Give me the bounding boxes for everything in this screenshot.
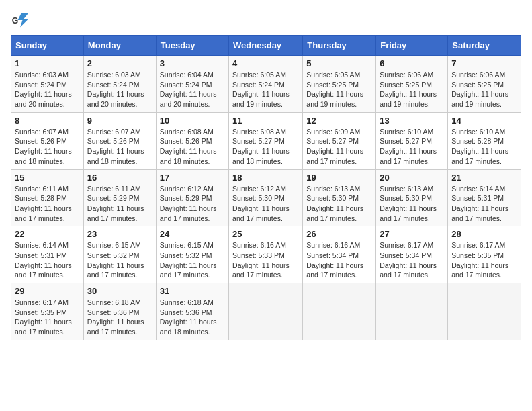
page-header: G [11,11,521,30]
day-info: Sunrise: 6:06 AMSunset: 5:25 PMDaylight:… [380,70,444,109]
day-info: Sunrise: 6:13 AMSunset: 5:30 PMDaylight:… [380,184,444,224]
day-number: 18 [232,173,299,183]
calendar-day-cell: 11Sunrise: 6:08 AMSunset: 5:27 PMDayligh… [229,112,303,169]
calendar-day-cell [448,283,521,340]
calendar-day-cell: 13Sunrise: 6:10 AMSunset: 5:27 PMDayligh… [376,112,448,169]
day-info: Sunrise: 6:17 AMSunset: 5:34 PMDaylight:… [380,240,444,280]
day-header-saturday: Saturday [448,36,521,56]
day-info: Sunrise: 6:08 AMSunset: 5:27 PMDaylight:… [232,127,299,167]
day-info: Sunrise: 6:18 AMSunset: 5:36 PMDaylight:… [160,298,225,337]
day-number: 28 [451,229,517,239]
calendar-day-cell: 6Sunrise: 6:06 AMSunset: 5:25 PMDaylight… [376,56,448,113]
day-info: Sunrise: 6:14 AMSunset: 5:31 PMDaylight:… [15,240,80,280]
day-number: 20 [380,173,444,183]
day-number: 4 [232,58,299,68]
calendar-day-cell: 3Sunrise: 6:04 AMSunset: 5:24 PMDaylight… [156,56,228,113]
svg-text:G: G [12,16,19,26]
day-number: 8 [15,116,80,126]
day-number: 15 [15,173,80,183]
day-info: Sunrise: 6:17 AMSunset: 5:35 PMDaylight:… [451,240,517,280]
day-info: Sunrise: 6:08 AMSunset: 5:26 PMDaylight:… [160,127,225,167]
day-number: 30 [87,286,152,296]
day-number: 9 [87,116,152,126]
day-number: 21 [451,173,517,183]
day-info: Sunrise: 6:16 AMSunset: 5:33 PMDaylight:… [232,240,299,280]
calendar-day-cell: 8Sunrise: 6:07 AMSunset: 5:26 PMDaylight… [11,112,84,169]
day-header-tuesday: Tuesday [156,36,228,56]
calendar-week-row: 29Sunrise: 6:17 AMSunset: 5:35 PMDayligh… [11,283,521,340]
calendar-day-cell: 20Sunrise: 6:13 AMSunset: 5:30 PMDayligh… [376,169,448,226]
day-header-sunday: Sunday [11,36,84,56]
day-number: 7 [451,58,517,68]
day-header-thursday: Thursday [303,36,376,56]
day-info: Sunrise: 6:05 AMSunset: 5:25 PMDaylight:… [306,70,372,109]
calendar-week-row: 1Sunrise: 6:03 AMSunset: 5:24 PMDaylight… [11,56,521,113]
day-number: 6 [380,58,444,68]
day-info: Sunrise: 6:10 AMSunset: 5:28 PMDaylight:… [451,127,517,167]
calendar-body: 1Sunrise: 6:03 AMSunset: 5:24 PMDaylight… [11,56,521,340]
day-info: Sunrise: 6:10 AMSunset: 5:27 PMDaylight:… [380,127,444,167]
calendar-day-cell: 30Sunrise: 6:18 AMSunset: 5:36 PMDayligh… [83,283,156,340]
calendar-day-cell: 7Sunrise: 6:06 AMSunset: 5:25 PMDaylight… [448,56,521,113]
calendar-day-cell: 17Sunrise: 6:12 AMSunset: 5:29 PMDayligh… [156,169,228,226]
calendar-day-cell [229,283,303,340]
day-info: Sunrise: 6:16 AMSunset: 5:34 PMDaylight:… [306,240,372,280]
calendar-day-cell: 23Sunrise: 6:15 AMSunset: 5:32 PMDayligh… [83,226,156,283]
calendar-day-cell: 15Sunrise: 6:11 AMSunset: 5:28 PMDayligh… [11,169,84,226]
calendar-day-cell: 10Sunrise: 6:08 AMSunset: 5:26 PMDayligh… [156,112,228,169]
calendar-day-cell: 14Sunrise: 6:10 AMSunset: 5:28 PMDayligh… [448,112,521,169]
day-number: 22 [15,229,80,239]
svg-marker-1 [18,13,29,28]
day-info: Sunrise: 6:03 AMSunset: 5:24 PMDaylight:… [87,70,152,109]
day-number: 11 [232,116,299,126]
day-info: Sunrise: 6:12 AMSunset: 5:29 PMDaylight:… [160,184,225,224]
calendar-day-cell: 28Sunrise: 6:17 AMSunset: 5:35 PMDayligh… [448,226,521,283]
day-number: 23 [87,229,152,239]
calendar-day-cell: 29Sunrise: 6:17 AMSunset: 5:35 PMDayligh… [11,283,84,340]
day-number: 26 [306,229,372,239]
calendar-day-cell: 5Sunrise: 6:05 AMSunset: 5:25 PMDaylight… [303,56,376,113]
day-info: Sunrise: 6:04 AMSunset: 5:24 PMDaylight:… [160,70,225,109]
day-header-monday: Monday [83,36,156,56]
day-info: Sunrise: 6:17 AMSunset: 5:35 PMDaylight:… [15,298,80,337]
day-header-friday: Friday [376,36,448,56]
day-number: 14 [451,116,517,126]
calendar-day-cell [376,283,448,340]
day-number: 24 [160,229,225,239]
day-number: 17 [160,173,225,183]
calendar-day-cell: 31Sunrise: 6:18 AMSunset: 5:36 PMDayligh… [156,283,228,340]
day-header-wednesday: Wednesday [229,36,303,56]
day-number: 31 [160,286,225,296]
calendar-day-cell: 4Sunrise: 6:05 AMSunset: 5:24 PMDaylight… [229,56,303,113]
calendar-week-row: 22Sunrise: 6:14 AMSunset: 5:31 PMDayligh… [11,226,521,283]
calendar-header-row: SundayMondayTuesdayWednesdayThursdayFrid… [11,36,521,56]
day-number: 16 [87,173,152,183]
calendar-day-cell: 9Sunrise: 6:07 AMSunset: 5:26 PMDaylight… [83,112,156,169]
calendar-day-cell [303,283,376,340]
calendar-day-cell: 22Sunrise: 6:14 AMSunset: 5:31 PMDayligh… [11,226,84,283]
calendar-day-cell: 12Sunrise: 6:09 AMSunset: 5:27 PMDayligh… [303,112,376,169]
day-number: 19 [306,173,372,183]
day-number: 27 [380,229,444,239]
day-info: Sunrise: 6:03 AMSunset: 5:24 PMDaylight:… [15,70,80,109]
day-number: 25 [232,229,299,239]
day-info: Sunrise: 6:18 AMSunset: 5:36 PMDaylight:… [87,298,152,337]
day-info: Sunrise: 6:09 AMSunset: 5:27 PMDaylight:… [306,127,372,167]
calendar-day-cell: 24Sunrise: 6:15 AMSunset: 5:32 PMDayligh… [156,226,228,283]
logo: G [11,11,32,30]
calendar-day-cell: 1Sunrise: 6:03 AMSunset: 5:24 PMDaylight… [11,56,84,113]
day-number: 29 [15,286,80,296]
day-info: Sunrise: 6:15 AMSunset: 5:32 PMDaylight:… [160,240,225,280]
day-info: Sunrise: 6:13 AMSunset: 5:30 PMDaylight:… [306,184,372,224]
day-number: 1 [15,58,80,68]
calendar-week-row: 8Sunrise: 6:07 AMSunset: 5:26 PMDaylight… [11,112,521,169]
day-info: Sunrise: 6:14 AMSunset: 5:31 PMDaylight:… [451,184,517,224]
day-number: 3 [160,58,225,68]
calendar-table: SundayMondayTuesdayWednesdayThursdayFrid… [11,35,521,340]
day-info: Sunrise: 6:07 AMSunset: 5:26 PMDaylight:… [87,127,152,167]
day-number: 2 [87,58,152,68]
day-number: 10 [160,116,225,126]
calendar-day-cell: 26Sunrise: 6:16 AMSunset: 5:34 PMDayligh… [303,226,376,283]
calendar-day-cell: 16Sunrise: 6:11 AMSunset: 5:29 PMDayligh… [83,169,156,226]
day-number: 13 [380,116,444,126]
